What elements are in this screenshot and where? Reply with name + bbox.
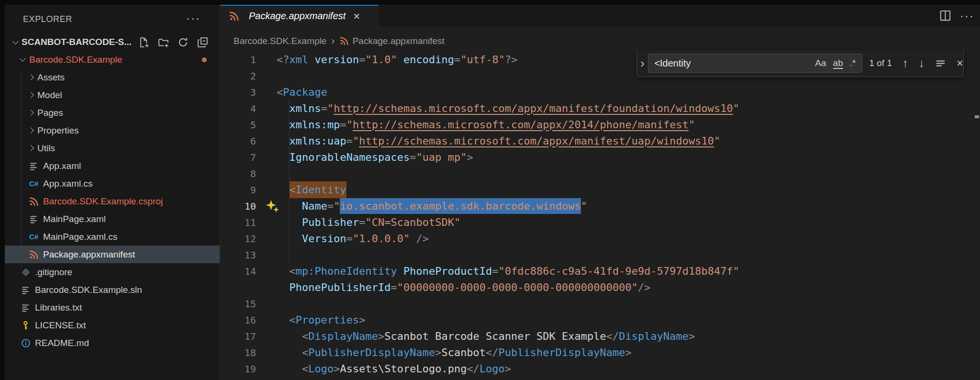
tree-item--gitignore[interactable]: .gitignore (5, 263, 220, 281)
line-number: 10 (221, 198, 256, 214)
find-in-selection-icon[interactable] (935, 58, 946, 69)
code-line[interactable]: IgnorableNamespaces="uap mp"> (277, 149, 473, 166)
code-line[interactable]: Version="1.0.0.0" /> (277, 231, 429, 247)
chevron-right-icon (28, 145, 34, 151)
chevron-down-icon (12, 38, 19, 45)
tree-item-barcode-sdk-example-sln[interactable]: Barcode.SDK.Example.sln (5, 281, 220, 299)
rss-icon (29, 196, 39, 206)
breadcrumb-separator: › (331, 35, 334, 47)
line-number: 7 (221, 149, 256, 166)
line-number: 8 (221, 166, 256, 182)
git-icon (21, 267, 31, 277)
explorer-header: EXPLORER ··· (5, 5, 220, 34)
line-number: 18 (221, 345, 256, 361)
code-line[interactable]: <DisplayName>Scanbot Barcode Scanner SDK… (277, 328, 695, 345)
code-line[interactable]: <Package (277, 84, 327, 101)
tab-close-icon[interactable]: × (353, 11, 360, 22)
explorer-title: EXPLORER (23, 14, 72, 24)
find-widget: › Aa ab .* 1 of 1 ↑ ↓ × (636, 50, 964, 77)
tree-item-readme-md[interactable]: README.md (5, 334, 220, 352)
tree-item-mainpage-xaml[interactable]: MainPage.xaml (5, 210, 220, 228)
tree-item-model[interactable]: Model (5, 86, 220, 104)
overview-ruler-match-marker (975, 115, 979, 118)
tree-item-properties[interactable]: Properties (5, 122, 220, 139)
find-next-icon[interactable]: ↓ (919, 57, 924, 69)
tree-item-pages[interactable]: Pages (5, 104, 220, 122)
tree-item-label: App.xaml.cs (43, 179, 92, 189)
lines-icon (21, 302, 31, 313)
code-line[interactable]: xmlns:mp="http://schemas.microsoft.com/a… (277, 117, 695, 133)
tree-item-label: .gitignore (35, 267, 72, 278)
tree-item-label: Libraries.txt (35, 302, 82, 313)
line-number: 14 (221, 263, 256, 279)
code-line[interactable]: xmlns:uap="http://schemas.microsoft.com/… (277, 133, 720, 149)
code-line[interactable]: <Logo>Assets\StoreLogo.png</Logo> (277, 361, 511, 377)
line-number: 12 (221, 231, 256, 247)
refresh-icon[interactable] (177, 36, 189, 48)
editor-more-actions-icon[interactable]: ··· (960, 9, 974, 22)
regex-toggle[interactable]: .* (846, 57, 859, 69)
code-line[interactable]: xmlns="http://schemas.microsoft.com/appx… (277, 101, 739, 117)
code-line[interactable]: <Properties> (277, 312, 365, 328)
tree-item-label: Pages (37, 108, 63, 118)
code-line[interactable]: Name="io.scanbot.example.sdk.barcode.win… (277, 198, 587, 214)
lines-icon (21, 285, 31, 295)
code-line[interactable]: <PublisherDisplayName>Scanbot</Publisher… (277, 345, 632, 361)
lines-icon (29, 161, 39, 171)
line-number: 13 (221, 247, 256, 263)
line-number: 9 (221, 182, 256, 198)
tree-item-utils[interactable]: Utils (5, 139, 220, 157)
tree-item-license-txt[interactable]: LICENSE.txt (5, 316, 220, 334)
whole-word-toggle[interactable]: ab (830, 57, 846, 69)
line-number: 16 (221, 312, 256, 328)
tab-package-appxmanifest[interactable]: Package.appxmanifest × (221, 5, 379, 26)
line-number: 2 (221, 68, 256, 84)
editor-tab-bar: Package.appxmanifest × ··· (221, 5, 980, 26)
tree-item-label: Package.appxmanifest (43, 249, 135, 260)
tree-item-app-xaml-cs[interactable]: C#App.xaml.cs (5, 175, 220, 192)
lines-icon (29, 214, 39, 224)
tree-item-app-xaml[interactable]: App.xaml (5, 157, 220, 175)
find-input-box: Aa ab .* (648, 54, 862, 73)
match-case-toggle[interactable]: Aa (812, 57, 829, 69)
code-line[interactable]: <Identity (277, 182, 346, 198)
line-number: 19 (221, 361, 256, 377)
split-editor-icon[interactable] (939, 10, 951, 22)
tree-item-label: MainPage.xaml.cs (43, 232, 117, 242)
modified-dot-indicator (202, 57, 207, 62)
tree-item-barcode-sdk-example-csproj[interactable]: Barcode.SDK.Example.csproj (5, 192, 220, 210)
rss-file-icon (340, 36, 349, 45)
tree-item-label: README.md (35, 338, 89, 348)
breadcrumb-item-folder[interactable]: Barcode.SDK.Example (234, 36, 326, 46)
tree-item-label: MainPage.xaml (43, 214, 106, 224)
chevron-right-icon (28, 92, 34, 98)
tree-item-mainpage-xaml-cs[interactable]: C#MainPage.xaml.cs (5, 228, 220, 246)
chevron-right-icon (28, 127, 34, 134)
find-input[interactable] (654, 58, 812, 69)
tab-label: Package.appxmanifest (249, 11, 345, 22)
tree-item-package-appxmanifest[interactable]: Package.appxmanifest (5, 246, 220, 263)
tree-item-libraries-txt[interactable]: Libraries.txt (5, 299, 220, 316)
code-line[interactable]: <mp:PhoneIdentity PhoneProductId="0fdc88… (277, 263, 739, 279)
collapse-folders-icon[interactable] (197, 36, 208, 48)
code-line[interactable]: Publisher="CN=ScanbotSDK" (277, 214, 460, 231)
workspace-root-row[interactable]: SCANBOT-BARCODE-S... (5, 33, 220, 52)
line-number: 5 (221, 117, 256, 133)
tree-item-barcode-sdk-example[interactable]: Barcode.SDK.Example (5, 51, 220, 68)
find-results-count: 1 of 1 (869, 58, 892, 68)
find-close-icon[interactable]: × (957, 57, 963, 69)
code-line[interactable]: PhonePublisherId="00000000-0000-0000-000… (277, 279, 651, 296)
explorer-more-actions-icon[interactable]: ··· (186, 11, 200, 25)
tree-item-assets[interactable]: Assets (5, 68, 220, 86)
csharp-icon: C# (29, 179, 39, 189)
tree-item-label: Model (37, 90, 62, 101)
breadcrumb-item-file[interactable]: Package.appxmanifest (353, 36, 445, 46)
line-number: 1 (221, 52, 256, 68)
new-folder-icon[interactable] (157, 36, 169, 48)
new-file-icon[interactable] (138, 36, 149, 48)
code-line[interactable]: <?xml version="1.0" encoding="utf-8"?> (277, 52, 517, 68)
find-expand-replace-icon[interactable]: › (637, 57, 648, 69)
tree-item-label: Properties (37, 125, 79, 136)
find-previous-icon[interactable]: ↑ (902, 57, 908, 69)
rss-icon (29, 249, 39, 259)
